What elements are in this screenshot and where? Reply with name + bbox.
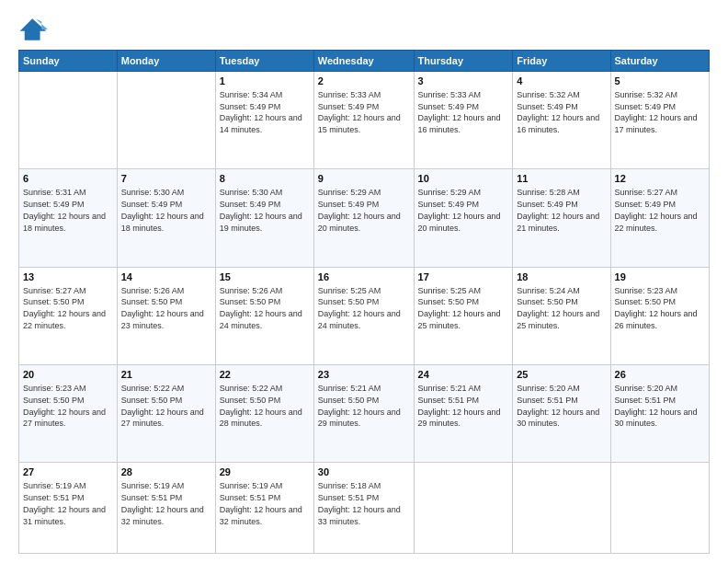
header <box>18 17 710 42</box>
day-cell: 1Sunrise: 5:34 AM Sunset: 5:49 PM Daylig… <box>215 72 313 169</box>
weekday-sunday: Sunday <box>19 51 118 72</box>
day-info: Sunrise: 5:20 AM Sunset: 5:51 PM Dayligh… <box>517 384 599 428</box>
day-cell <box>117 72 215 169</box>
day-info: Sunrise: 5:26 AM Sunset: 5:50 PM Dayligh… <box>121 286 204 330</box>
day-cell: 30Sunrise: 5:18 AM Sunset: 5:51 PM Dayli… <box>313 463 414 554</box>
day-info: Sunrise: 5:22 AM Sunset: 5:50 PM Dayligh… <box>220 384 302 428</box>
day-info: Sunrise: 5:21 AM Sunset: 5:50 PM Dayligh… <box>318 384 401 428</box>
day-number: 3 <box>418 75 509 88</box>
day-cell: 17Sunrise: 5:25 AM Sunset: 5:50 PM Dayli… <box>414 267 513 364</box>
day-info: Sunrise: 5:33 AM Sunset: 5:49 PM Dayligh… <box>318 90 401 134</box>
week-row-5: 27Sunrise: 5:19 AM Sunset: 5:51 PM Dayli… <box>19 463 710 554</box>
page: SundayMondayTuesdayWednesdayThursdayFrid… <box>0 0 728 563</box>
weekday-tuesday: Tuesday <box>215 51 313 72</box>
day-number: 1 <box>220 75 310 88</box>
day-info: Sunrise: 5:26 AM Sunset: 5:50 PM Dayligh… <box>220 286 302 330</box>
day-info: Sunrise: 5:22 AM Sunset: 5:50 PM Dayligh… <box>121 384 204 428</box>
day-number: 7 <box>121 172 211 186</box>
day-cell <box>610 463 709 554</box>
day-cell: 19Sunrise: 5:23 AM Sunset: 5:50 PM Dayli… <box>610 267 709 364</box>
day-number: 22 <box>220 368 310 382</box>
day-cell: 13Sunrise: 5:27 AM Sunset: 5:50 PM Dayli… <box>19 267 118 364</box>
day-cell: 5Sunrise: 5:32 AM Sunset: 5:49 PM Daylig… <box>610 72 709 169</box>
day-number: 5 <box>615 75 705 88</box>
day-cell: 25Sunrise: 5:20 AM Sunset: 5:51 PM Dayli… <box>513 365 610 463</box>
day-number: 18 <box>517 270 606 284</box>
day-number: 19 <box>615 270 705 284</box>
day-cell: 26Sunrise: 5:20 AM Sunset: 5:51 PM Dayli… <box>610 365 709 463</box>
day-info: Sunrise: 5:29 AM Sunset: 5:49 PM Dayligh… <box>418 188 501 232</box>
week-row-1: 1Sunrise: 5:34 AM Sunset: 5:49 PM Daylig… <box>19 72 710 169</box>
day-info: Sunrise: 5:23 AM Sunset: 5:50 PM Dayligh… <box>23 384 106 428</box>
day-info: Sunrise: 5:25 AM Sunset: 5:50 PM Dayligh… <box>418 286 501 330</box>
day-cell <box>19 72 118 169</box>
calendar-table: SundayMondayTuesdayWednesdayThursdayFrid… <box>18 50 710 554</box>
day-cell <box>414 463 513 554</box>
day-number: 6 <box>23 172 113 186</box>
day-info: Sunrise: 5:24 AM Sunset: 5:50 PM Dayligh… <box>517 286 599 330</box>
day-info: Sunrise: 5:19 AM Sunset: 5:51 PM Dayligh… <box>121 481 204 525</box>
day-cell: 24Sunrise: 5:21 AM Sunset: 5:51 PM Dayli… <box>414 365 513 463</box>
day-info: Sunrise: 5:30 AM Sunset: 5:49 PM Dayligh… <box>121 188 204 232</box>
day-info: Sunrise: 5:29 AM Sunset: 5:49 PM Dayligh… <box>318 188 401 232</box>
day-info: Sunrise: 5:34 AM Sunset: 5:49 PM Dayligh… <box>220 90 302 134</box>
day-cell: 3Sunrise: 5:33 AM Sunset: 5:49 PM Daylig… <box>414 72 513 169</box>
day-info: Sunrise: 5:32 AM Sunset: 5:49 PM Dayligh… <box>615 90 698 134</box>
day-cell: 15Sunrise: 5:26 AM Sunset: 5:50 PM Dayli… <box>215 267 313 364</box>
logo-icon <box>18 17 48 42</box>
day-info: Sunrise: 5:19 AM Sunset: 5:51 PM Dayligh… <box>220 481 302 525</box>
day-number: 28 <box>121 465 211 479</box>
day-cell: 10Sunrise: 5:29 AM Sunset: 5:49 PM Dayli… <box>414 169 513 267</box>
day-cell: 14Sunrise: 5:26 AM Sunset: 5:50 PM Dayli… <box>117 267 215 364</box>
day-cell: 11Sunrise: 5:28 AM Sunset: 5:49 PM Dayli… <box>513 169 610 267</box>
day-number: 29 <box>220 465 310 479</box>
weekday-header-row: SundayMondayTuesdayWednesdayThursdayFrid… <box>19 51 710 72</box>
day-cell: 7Sunrise: 5:30 AM Sunset: 5:49 PM Daylig… <box>117 169 215 267</box>
weekday-thursday: Thursday <box>414 51 513 72</box>
day-number: 17 <box>418 270 509 284</box>
day-number: 14 <box>121 270 211 284</box>
day-cell: 2Sunrise: 5:33 AM Sunset: 5:49 PM Daylig… <box>313 72 414 169</box>
day-cell: 20Sunrise: 5:23 AM Sunset: 5:50 PM Dayli… <box>19 365 118 463</box>
day-cell: 12Sunrise: 5:27 AM Sunset: 5:49 PM Dayli… <box>610 169 709 267</box>
day-info: Sunrise: 5:25 AM Sunset: 5:50 PM Dayligh… <box>318 286 401 330</box>
day-cell: 27Sunrise: 5:19 AM Sunset: 5:51 PM Dayli… <box>19 463 118 554</box>
day-cell: 23Sunrise: 5:21 AM Sunset: 5:50 PM Dayli… <box>313 365 414 463</box>
weekday-friday: Friday <box>513 51 610 72</box>
day-cell: 21Sunrise: 5:22 AM Sunset: 5:50 PM Dayli… <box>117 365 215 463</box>
day-info: Sunrise: 5:20 AM Sunset: 5:51 PM Dayligh… <box>615 384 698 428</box>
day-number: 26 <box>615 368 705 382</box>
day-cell <box>513 463 610 554</box>
day-number: 20 <box>23 368 113 382</box>
day-number: 24 <box>418 368 509 382</box>
day-number: 16 <box>318 270 410 284</box>
logo <box>18 17 51 42</box>
day-cell: 18Sunrise: 5:24 AM Sunset: 5:50 PM Dayli… <box>513 267 610 364</box>
day-info: Sunrise: 5:27 AM Sunset: 5:49 PM Dayligh… <box>615 188 698 232</box>
day-info: Sunrise: 5:33 AM Sunset: 5:49 PM Dayligh… <box>418 90 501 134</box>
day-cell: 22Sunrise: 5:22 AM Sunset: 5:50 PM Dayli… <box>215 365 313 463</box>
day-number: 30 <box>318 465 410 479</box>
day-info: Sunrise: 5:27 AM Sunset: 5:50 PM Dayligh… <box>23 286 106 330</box>
weekday-saturday: Saturday <box>610 51 709 72</box>
day-number: 2 <box>318 75 410 88</box>
day-number: 4 <box>517 75 606 88</box>
day-number: 8 <box>220 172 310 186</box>
day-info: Sunrise: 5:28 AM Sunset: 5:49 PM Dayligh… <box>517 188 599 232</box>
day-number: 25 <box>517 368 606 382</box>
day-cell: 4Sunrise: 5:32 AM Sunset: 5:49 PM Daylig… <box>513 72 610 169</box>
day-number: 27 <box>23 465 113 479</box>
day-number: 9 <box>318 172 410 186</box>
weekday-wednesday: Wednesday <box>313 51 414 72</box>
day-info: Sunrise: 5:31 AM Sunset: 5:49 PM Dayligh… <box>23 188 106 232</box>
week-row-4: 20Sunrise: 5:23 AM Sunset: 5:50 PM Dayli… <box>19 365 710 463</box>
day-info: Sunrise: 5:32 AM Sunset: 5:49 PM Dayligh… <box>517 90 599 134</box>
day-info: Sunrise: 5:23 AM Sunset: 5:50 PM Dayligh… <box>615 286 698 330</box>
day-cell: 8Sunrise: 5:30 AM Sunset: 5:49 PM Daylig… <box>215 169 313 267</box>
weekday-monday: Monday <box>117 51 215 72</box>
day-cell: 16Sunrise: 5:25 AM Sunset: 5:50 PM Dayli… <box>313 267 414 364</box>
day-info: Sunrise: 5:19 AM Sunset: 5:51 PM Dayligh… <box>23 481 106 525</box>
day-info: Sunrise: 5:21 AM Sunset: 5:51 PM Dayligh… <box>418 384 501 428</box>
week-row-2: 6Sunrise: 5:31 AM Sunset: 5:49 PM Daylig… <box>19 169 710 267</box>
day-number: 23 <box>318 368 410 382</box>
